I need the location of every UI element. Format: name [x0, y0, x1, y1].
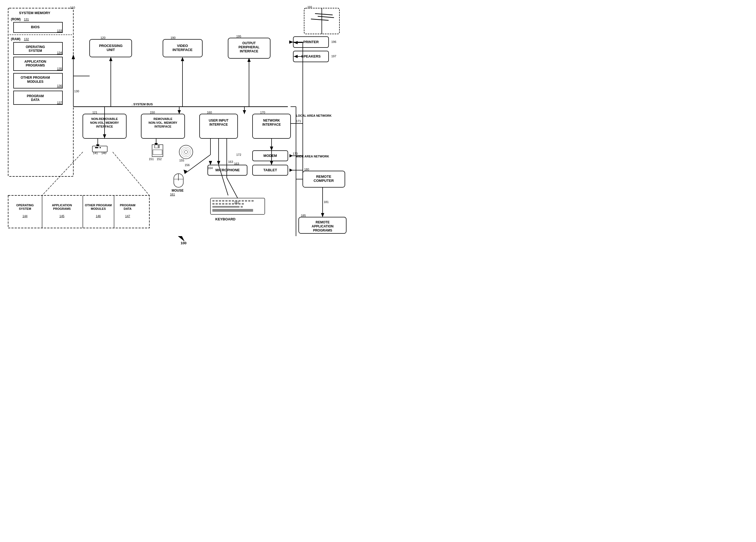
svg-text:SPEAKERS: SPEAKERS — [301, 54, 321, 58]
svg-rect-155 — [100, 147, 101, 148]
svg-text:WIDE AREA NETWORK: WIDE AREA NETWORK — [296, 155, 329, 158]
svg-text:110: 110 — [70, 6, 75, 9]
svg-rect-177 — [216, 200, 218, 202]
svg-rect-91 — [8, 196, 149, 228]
svg-text:VIDEO: VIDEO — [177, 44, 188, 48]
svg-rect-199 — [212, 206, 240, 208]
svg-text:OPERATING: OPERATING — [26, 45, 45, 49]
svg-text:REMOTE: REMOTE — [316, 221, 329, 224]
svg-rect-188 — [251, 200, 254, 202]
svg-text:131: 131 — [24, 18, 29, 21]
svg-text:REMOTE: REMOTE — [316, 175, 331, 179]
svg-text:OPERATING: OPERATING — [16, 204, 34, 207]
svg-rect-190 — [216, 203, 218, 205]
svg-rect-198 — [242, 203, 244, 205]
svg-rect-200 — [241, 206, 243, 208]
svg-rect-201 — [212, 209, 253, 212]
svg-text:LOCAL AREA NETWORK: LOCAL AREA NETWORK — [296, 114, 332, 117]
svg-marker-149 — [289, 169, 293, 172]
svg-text:INTERFACE: INTERFACE — [172, 48, 193, 52]
svg-text:120: 120 — [100, 36, 105, 39]
svg-text:PROGRAMS: PROGRAMS — [26, 64, 45, 67]
svg-text:DATA: DATA — [31, 98, 40, 102]
svg-text:137: 137 — [57, 101, 62, 104]
architecture-diagram: SYSTEM MEMORY 110 (ROM) 131 BIOS 133 (RA… — [0, 0, 378, 271]
svg-text:(ROM): (ROM) — [11, 17, 21, 21]
svg-text:PROGRAM: PROGRAM — [27, 94, 44, 98]
svg-marker-133 — [270, 161, 273, 165]
svg-text:APPLICATION: APPLICATION — [312, 225, 333, 228]
svg-line-205 — [113, 152, 149, 196]
svg-text:OTHER PROGRAM: OTHER PROGRAM — [21, 76, 50, 80]
svg-text:KEYBOARD: KEYBOARD — [215, 217, 235, 221]
svg-rect-154 — [95, 147, 98, 148]
svg-text:132: 132 — [24, 37, 29, 41]
svg-line-216 — [227, 178, 238, 198]
svg-text:INTERFACE: INTERFACE — [155, 125, 171, 128]
svg-text:152: 152 — [157, 158, 162, 161]
svg-marker-211 — [209, 161, 212, 165]
svg-text:144: 144 — [23, 215, 27, 218]
svg-marker-151 — [321, 213, 324, 217]
svg-text:160: 160 — [207, 111, 212, 114]
svg-marker-137 — [289, 40, 293, 44]
svg-text:PRINTER: PRINTER — [303, 40, 319, 44]
svg-text:145: 145 — [59, 215, 64, 218]
svg-text:195: 195 — [236, 35, 241, 38]
svg-text:141: 141 — [93, 152, 98, 155]
svg-text:150: 150 — [150, 111, 155, 114]
svg-text:SYSTEM: SYSTEM — [19, 207, 31, 210]
svg-text:151: 151 — [149, 158, 154, 161]
svg-marker-112 — [109, 57, 112, 61]
svg-text:BIOS: BIOS — [31, 25, 40, 29]
svg-text:REMOVABLE: REMOVABLE — [153, 117, 172, 121]
svg-marker-118 — [178, 110, 181, 114]
svg-text:133: 133 — [57, 29, 62, 32]
svg-text:SYSTEM: SYSTEM — [29, 49, 42, 53]
svg-text:164: 164 — [208, 166, 213, 170]
svg-text:PROGRAMS: PROGRAMS — [313, 229, 332, 232]
svg-rect-191 — [219, 203, 221, 205]
svg-text:MODEM: MODEM — [263, 154, 277, 158]
svg-text:COMPUTER: COMPUTER — [314, 179, 334, 183]
svg-text:UNIT: UNIT — [107, 48, 115, 52]
svg-text:136: 136 — [57, 84, 62, 87]
svg-text:146: 146 — [96, 215, 101, 218]
svg-rect-161 — [153, 150, 162, 155]
svg-text:170: 170 — [260, 111, 265, 114]
svg-text:USER INPUT: USER INPUT — [209, 119, 229, 122]
svg-marker-122 — [243, 110, 246, 114]
svg-text:SYSTEM MEMORY: SYSTEM MEMORY — [19, 11, 50, 15]
diagram-svg: SYSTEM MEMORY 110 (ROM) 131 BIOS 133 (RA… — [0, 0, 378, 271]
svg-text:191: 191 — [307, 5, 312, 9]
svg-text:181: 181 — [324, 200, 329, 204]
svg-text:NETWORK: NETWORK — [263, 119, 280, 122]
svg-text:155: 155 — [179, 159, 184, 162]
svg-text:DATA: DATA — [124, 207, 132, 210]
svg-text:171: 171 — [296, 119, 301, 123]
svg-marker-131 — [270, 147, 273, 151]
svg-text:161: 161 — [170, 193, 175, 196]
svg-text:APPLICATION: APPLICATION — [24, 60, 46, 64]
svg-text:163: 163 — [234, 162, 239, 165]
svg-rect-187 — [248, 200, 250, 202]
svg-marker-145 — [289, 154, 293, 158]
svg-text:INTERFACE: INTERFACE — [240, 49, 258, 53]
svg-text:180: 180 — [304, 168, 309, 171]
svg-rect-160 — [155, 145, 158, 148]
svg-text:172: 172 — [236, 153, 241, 156]
svg-text:134: 134 — [57, 51, 62, 54]
svg-text:140: 140 — [101, 152, 106, 155]
svg-text:PROGRAM: PROGRAM — [120, 204, 135, 207]
svg-text:MICROPHONE: MICROPHONE — [215, 168, 240, 172]
svg-text:TABLET: TABLET — [263, 168, 277, 172]
svg-text:INTERFACE: INTERFACE — [262, 123, 281, 127]
svg-text:163: 163 — [228, 160, 233, 163]
svg-text:185: 185 — [301, 214, 306, 217]
svg-rect-176 — [212, 200, 215, 202]
svg-text:190: 190 — [171, 36, 175, 39]
svg-text:147: 147 — [125, 215, 130, 218]
svg-text:. SYSTEM BUS: . SYSTEM BUS — [132, 103, 153, 106]
svg-text:MODULES: MODULES — [27, 80, 43, 84]
svg-rect-186 — [245, 200, 247, 202]
